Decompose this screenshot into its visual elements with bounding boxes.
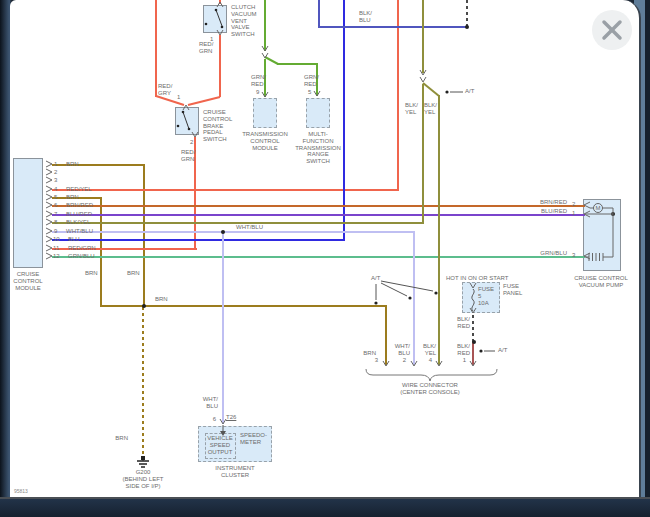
- fuse-5-10a-label: FUSE 5 10A: [478, 286, 494, 306]
- wire-label: WHT/ BLU: [203, 396, 218, 410]
- multi-function-transmission-range-switch-label: MULTI- FUNCTION TRANSMISSION RANGE SWITC…: [295, 131, 341, 165]
- wire-label: 2: [190, 139, 193, 146]
- cruise-control-brake-pedal-switch-label: CRUISE CONTROL BRAKE PEDAL SWITCH: [203, 109, 232, 143]
- ground-symbol: [137, 456, 149, 467]
- wire-label: BRN/RED: [540, 199, 567, 206]
- wire-label: GRN/BLU: [540, 250, 567, 257]
- wire-label: 5: [308, 89, 311, 96]
- wire-label: WHT/BLU: [66, 228, 93, 235]
- wire-label: 12: [53, 253, 60, 260]
- diagram-id-number: 95813: [14, 488, 28, 494]
- wire-label: WHT/ BLU: [395, 343, 410, 357]
- diagram-viewer: 1BRN234RED/YEL5BRN6BRN/RED7BLU/RED8BLK/Y…: [0, 0, 650, 517]
- at-note: A/T: [371, 275, 380, 282]
- wire-label: 10: [53, 236, 60, 243]
- wire-label: 2: [54, 169, 57, 176]
- wire-label: 3: [375, 357, 378, 364]
- wire-label: BRN: [66, 161, 79, 168]
- hot-in-on-or-start-label: HOT IN ON OR START: [446, 275, 508, 282]
- wire-label: 8: [54, 219, 57, 226]
- at-note: A/T: [465, 88, 474, 95]
- wire-label: 9: [256, 89, 259, 96]
- wire-label: BRN: [155, 296, 168, 303]
- wire-label: 4: [429, 357, 432, 364]
- speedometer-label: SPEEDO- METER: [240, 432, 267, 446]
- wire-label: RED/YEL: [66, 186, 92, 193]
- wire-label: 11: [53, 245, 59, 252]
- close-icon: [592, 10, 632, 50]
- wire-label: 7: [54, 211, 57, 218]
- clutch-vacuum-vent-valve-switch-label: CLUTCH VACUUM VENT VALVE SWITCH: [231, 4, 257, 38]
- wire-label: 1: [54, 161, 57, 168]
- wire-label: BRN: [85, 270, 98, 277]
- wire-label: WHT/BLU: [236, 224, 263, 231]
- fuse-panel-label: FUSE PANEL: [503, 283, 522, 297]
- t26-connector-label: T26: [226, 414, 236, 421]
- wire-label: BRN/RED: [66, 202, 93, 209]
- connector-brace: [366, 369, 497, 381]
- wire-label: BRN: [127, 270, 140, 277]
- wire-label: 2: [403, 357, 406, 364]
- at-note: A/T: [498, 347, 507, 354]
- wire-label: 9: [54, 228, 57, 235]
- wire-label: GRN/BLU: [68, 253, 95, 260]
- wire-label: GRN/ RED: [251, 74, 266, 88]
- wire-label: 3: [572, 252, 575, 259]
- wire-label: BLU/RED: [541, 208, 567, 215]
- wire-label: 1: [463, 357, 466, 364]
- wire-label: BLK/YEL: [66, 219, 90, 226]
- wire-label: 6: [213, 416, 216, 423]
- at-arrows: [374, 90, 495, 352]
- wire-label: BLU: [68, 236, 80, 243]
- wire-label: 1: [177, 94, 180, 101]
- wire-label: RED/ GRY: [158, 83, 172, 97]
- diagonal-wires: [156, 57, 439, 105]
- wire-label: RED/ GRN: [181, 149, 195, 163]
- wire-label: BLK/ YEL: [423, 343, 436, 357]
- cruise-control-vacuum-pump-label: CRUISE CONTROL VACUUM PUMP: [574, 275, 628, 289]
- cruise-control-module-label: CRUISE CONTROL MODULE: [13, 271, 42, 291]
- wire-label: GRN/ RED: [304, 74, 319, 88]
- close-button[interactable]: [592, 10, 632, 50]
- transmission-control-module-label: TRANSMISSION CONTROL MODULE: [242, 131, 288, 151]
- wire-label: BRN: [115, 435, 128, 442]
- wire-label: 3: [54, 177, 57, 184]
- wire-label: 2: [572, 201, 575, 208]
- wire-label: RED/ GRN: [199, 41, 213, 55]
- wire-label: RED/GRN: [68, 245, 96, 252]
- connector-pin-symbols: [46, 2, 590, 424]
- wire-label: BLK/ YEL: [405, 102, 418, 116]
- wire-connector-center-console-label: WIRE CONNECTOR (CENTER CONSOLE): [400, 382, 460, 396]
- diagram-symbols: [0, 0, 650, 517]
- instrument-cluster-label: INSTRUMENT CLUSTER: [215, 465, 254, 479]
- g200-ground-label: G200 (BEHIND LEFT SIDE OF I/P): [122, 469, 163, 489]
- coil-symbol: [585, 253, 613, 261]
- wire-label: 1: [572, 210, 575, 217]
- wire-label: BLU/RED: [66, 211, 92, 218]
- wire-label: 4: [54, 186, 57, 193]
- wire-label: BLK/ RED: [457, 316, 470, 330]
- motor-m-glyph: M: [596, 205, 601, 212]
- wire-label: BLK/ BLU: [359, 10, 372, 24]
- fuse-symbol: [472, 289, 474, 311]
- wire-label: 6: [54, 202, 57, 209]
- wire-label: 5: [54, 194, 57, 201]
- wire-label: BLK/ RED: [457, 343, 470, 357]
- wiring-diagram-layer: 1BRN234RED/YEL5BRN6BRN/RED7BLU/RED8BLK/Y…: [0, 0, 650, 517]
- vehicle-speed-output-label: VEHICLE SPEED OUTPUT: [207, 435, 233, 455]
- wire-label: BLK/ YEL: [424, 102, 437, 116]
- wire-label: BRN: [363, 350, 376, 357]
- wire-label: BRN: [66, 194, 79, 201]
- junction-dots: [142, 25, 615, 344]
